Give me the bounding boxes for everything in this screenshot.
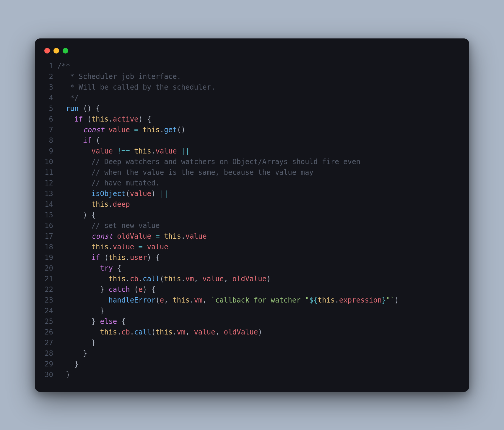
line-number: 17 <box>44 231 53 242</box>
code-line[interactable]: if (this.active) { <box>57 114 399 125</box>
code-line[interactable]: */ <box>57 93 399 103</box>
line-number: 2 <box>44 71 53 82</box>
line-number: 20 <box>44 263 53 274</box>
code-line[interactable]: if ( <box>57 135 399 146</box>
code-line[interactable]: } <box>57 305 399 316</box>
line-number: 7 <box>44 125 53 135</box>
code-editor[interactable]: 1234567891011121314151617181920212223242… <box>44 61 460 380</box>
code-line[interactable]: try { <box>57 263 399 274</box>
line-number: 21 <box>44 274 53 284</box>
line-number: 29 <box>44 359 53 369</box>
code-line[interactable]: const value = this.get() <box>57 125 399 135</box>
line-number: 8 <box>44 135 53 146</box>
line-number-gutter: 1234567891011121314151617181920212223242… <box>44 61 57 380</box>
traffic-light-minimize-icon[interactable] <box>53 48 59 54</box>
code-line[interactable]: value !== this.value || <box>57 146 399 156</box>
line-number: 4 <box>44 93 53 103</box>
line-number: 18 <box>44 242 53 252</box>
code-line[interactable]: handleError(e, this.vm, `callback for wa… <box>57 295 399 305</box>
line-number: 24 <box>44 305 53 316</box>
code-content[interactable]: /** * Scheduler job interface. * Will be… <box>57 61 399 380</box>
code-line[interactable]: // when the value is the same, because t… <box>57 167 399 178</box>
code-line[interactable]: // set new value <box>57 220 399 231</box>
code-line[interactable]: this.value = value <box>57 242 399 252</box>
line-number: 28 <box>44 348 53 359</box>
code-line[interactable]: * Will be called by the scheduler. <box>57 82 399 93</box>
code-window: 1234567891011121314151617181920212223242… <box>35 38 469 392</box>
code-line[interactable]: this.cb.call(this.vm, value, oldValue) <box>57 274 399 284</box>
window-titlebar <box>44 47 460 61</box>
line-number: 22 <box>44 284 53 295</box>
code-line[interactable]: run () { <box>57 103 399 114</box>
code-line[interactable]: } <box>57 359 399 369</box>
line-number: 23 <box>44 295 53 305</box>
line-number: 10 <box>44 156 53 167</box>
code-line[interactable]: * Scheduler job interface. <box>57 71 399 82</box>
code-line[interactable]: isObject(value) || <box>57 188 399 199</box>
code-line[interactable]: } <box>57 337 399 348</box>
code-line[interactable]: const oldValue = this.value <box>57 231 399 242</box>
line-number: 6 <box>44 114 53 125</box>
line-number: 30 <box>44 369 53 380</box>
code-line[interactable]: } <box>57 369 399 380</box>
code-line[interactable]: this.deep <box>57 199 399 210</box>
line-number: 11 <box>44 167 53 178</box>
code-line[interactable]: } <box>57 348 399 359</box>
line-number: 26 <box>44 327 53 337</box>
line-number: 27 <box>44 337 53 348</box>
code-line[interactable]: ) { <box>57 210 399 220</box>
line-number: 3 <box>44 82 53 93</box>
code-line[interactable]: } catch (e) { <box>57 284 399 295</box>
line-number: 14 <box>44 199 53 210</box>
code-line[interactable]: this.cb.call(this.vm, value, oldValue) <box>57 327 399 337</box>
line-number: 19 <box>44 252 53 263</box>
line-number: 9 <box>44 146 53 156</box>
line-number: 13 <box>44 188 53 199</box>
line-number: 25 <box>44 316 53 327</box>
line-number: 15 <box>44 210 53 220</box>
code-line[interactable]: } else { <box>57 316 399 327</box>
code-line[interactable]: /** <box>57 61 399 71</box>
line-number: 1 <box>44 61 53 71</box>
code-line[interactable]: // Deep watchers and watchers on Object/… <box>57 156 399 167</box>
code-line[interactable]: // have mutated. <box>57 178 399 188</box>
code-line[interactable]: if (this.user) { <box>57 252 399 263</box>
line-number: 12 <box>44 178 53 188</box>
traffic-light-close-icon[interactable] <box>44 48 50 54</box>
traffic-light-zoom-icon[interactable] <box>63 48 68 54</box>
line-number: 5 <box>44 103 53 114</box>
line-number: 16 <box>44 220 53 231</box>
